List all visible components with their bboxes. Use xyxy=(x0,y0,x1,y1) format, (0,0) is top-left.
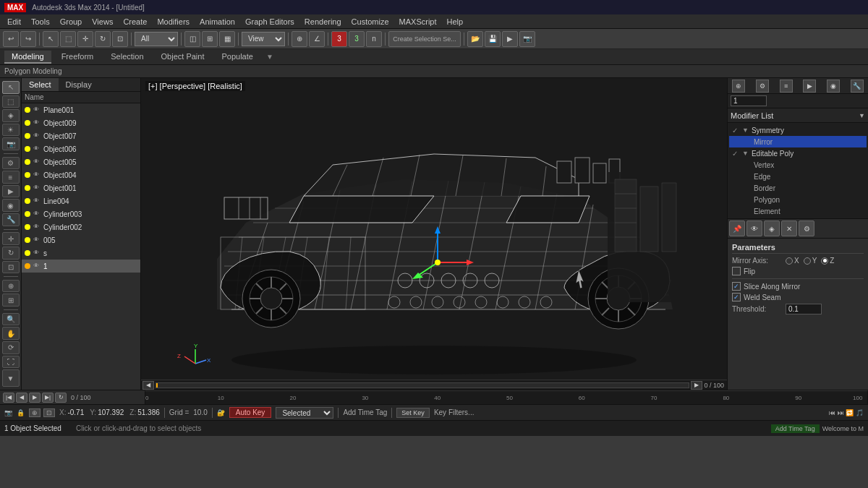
undo-button[interactable]: ↩ xyxy=(3,31,19,47)
menu-animation[interactable]: Animation xyxy=(195,16,239,27)
left-icon-scale[interactable]: ⊡ xyxy=(2,261,20,274)
menu-group[interactable]: Group xyxy=(56,16,87,27)
timeline-scrub[interactable] xyxy=(156,382,689,388)
mod-symmetry[interactable]: ✓ ▼ Symmetry xyxy=(729,124,867,136)
axis-y-radio[interactable]: Y xyxy=(804,257,817,265)
selection-filter-dropdown[interactable]: All xyxy=(135,32,178,46)
key-1[interactable]: 3 xyxy=(331,31,347,47)
ribbon-tab-modeling[interactable]: Modeling xyxy=(4,51,51,64)
viewport-mode-dropdown[interactable]: View xyxy=(242,32,285,46)
left-icon-select[interactable]: ↖ xyxy=(2,81,20,94)
layer-button[interactable]: ▦ xyxy=(219,31,235,47)
axis-z-radio[interactable]: Z xyxy=(821,257,834,265)
scene-item[interactable]: 👁 Object001 xyxy=(22,181,140,194)
left-icon-move[interactable]: ✛ xyxy=(2,232,20,245)
weld-checkbox[interactable]: Weld Seam xyxy=(732,293,781,301)
scene-tab-display[interactable]: Display xyxy=(59,78,99,91)
scene-item[interactable]: 👁 Line004 xyxy=(22,194,140,207)
left-icon-light[interactable]: ☀ xyxy=(2,124,20,137)
menu-create[interactable]: Create xyxy=(119,16,151,27)
left-icon-shape[interactable]: ⬚ xyxy=(2,95,20,108)
axis-x-radio[interactable]: X xyxy=(786,257,799,265)
tl-back-btn[interactable]: ◀ xyxy=(16,393,27,403)
rp-icon-utilities[interactable]: 🔧 xyxy=(851,80,864,93)
tl-prev-btn[interactable]: |◀ xyxy=(3,393,14,403)
configure-mod-btn[interactable]: ⚙ xyxy=(799,221,814,236)
tl-next-btn[interactable]: ▶| xyxy=(42,393,54,403)
menu-rendering[interactable]: Rendering xyxy=(300,16,346,27)
left-icon-hierarchy[interactable]: ≡ xyxy=(2,171,20,184)
left-icon-pan[interactable]: ✋ xyxy=(2,327,20,340)
scene-item[interactable]: 👁 Object007 xyxy=(22,129,140,142)
left-icon-modify[interactable]: ⚙ xyxy=(2,157,20,170)
mod-editable-poly[interactable]: ✓ ▼ Editable Poly xyxy=(729,147,867,159)
rp-icon-create[interactable]: ⊕ xyxy=(732,80,745,93)
add-time-tag-btn[interactable]: Add Time Tag xyxy=(771,424,820,433)
remove-mod-btn[interactable]: ✕ xyxy=(781,221,797,236)
menu-customize[interactable]: Customize xyxy=(347,16,393,27)
menu-graph-editors[interactable]: Graph Editors xyxy=(241,16,299,27)
auto-key-button[interactable]: Auto Key xyxy=(229,407,272,418)
menu-edit[interactable]: Edit xyxy=(3,16,25,27)
select-button[interactable]: ↖ xyxy=(43,31,59,47)
key-mode-dropdown[interactable]: Selected xyxy=(276,407,333,419)
mirror-button[interactable]: ◫ xyxy=(184,31,200,47)
scene-item[interactable]: 👁 Object004 xyxy=(22,168,140,181)
scene-tab-select[interactable]: Select xyxy=(22,78,59,91)
align-button[interactable]: ⊞ xyxy=(202,31,218,47)
camera-button[interactable]: 📷 xyxy=(519,31,535,47)
threshold-input[interactable] xyxy=(786,304,822,314)
rp-icon-hierarchy[interactable]: ≡ xyxy=(780,80,793,93)
ribbon-tab-selection[interactable]: Selection xyxy=(103,51,150,64)
left-icon-utilities[interactable]: 🔧 xyxy=(2,213,20,226)
timeline-track[interactable]: 0 10 20 30 40 50 60 70 80 90 100 xyxy=(145,390,868,404)
left-icon-geometry[interactable]: ◈ xyxy=(2,109,20,122)
mod-edge[interactable]: Edge xyxy=(729,171,867,182)
mod-border[interactable]: Border xyxy=(729,182,867,194)
rp-icon-modify[interactable]: ⚙ xyxy=(756,80,769,93)
left-icon-maximize[interactable]: ⛶ xyxy=(2,356,20,369)
ribbon-tab-freeform[interactable]: Freeform xyxy=(54,51,101,64)
menu-maxscript[interactable]: MAXScript xyxy=(395,16,441,27)
scene-item[interactable]: 👁 Cylinder003 xyxy=(22,207,140,221)
rp-icon-motion[interactable]: ▶ xyxy=(803,80,816,93)
snap-button[interactable]: ⊕ xyxy=(292,31,307,47)
ribbon-tab-object-paint[interactable]: Object Paint xyxy=(154,51,212,64)
show-result-btn[interactable]: 👁 xyxy=(746,221,762,236)
scene-item[interactable]: 👁 005 xyxy=(22,234,140,247)
menu-views[interactable]: Views xyxy=(88,16,117,27)
viewport[interactable]: [+] [Perspective] [Realistic] xyxy=(141,78,727,390)
scene-item[interactable]: 👁 Object009 xyxy=(22,116,140,129)
scene-item[interactable]: 👁 Plane001 xyxy=(22,103,140,116)
object-id-input[interactable] xyxy=(731,95,767,106)
rotate-button[interactable]: ↻ xyxy=(95,31,111,47)
left-icon-display[interactable]: ◉ xyxy=(2,199,20,212)
render-button[interactable]: ▶ xyxy=(502,31,518,47)
set-key-button[interactable]: Set Key xyxy=(396,408,430,418)
left-icon-bottom[interactable]: ▼ xyxy=(2,369,20,387)
left-icon-camera[interactable]: 📷 xyxy=(2,137,20,150)
select-region-button[interactable]: ⬚ xyxy=(60,31,76,47)
rp-icon-display[interactable]: ◉ xyxy=(827,80,840,93)
left-icon-arc[interactable]: ⟳ xyxy=(2,341,20,354)
redo-button[interactable]: ↪ xyxy=(20,31,36,47)
menu-help[interactable]: Help xyxy=(443,16,468,27)
left-icon-align[interactable]: ⊞ xyxy=(2,294,20,307)
angle-snap-button[interactable]: ∠ xyxy=(309,31,325,47)
named-sel-button[interactable]: Create Selection Se... xyxy=(388,31,461,47)
menu-tools[interactable]: Tools xyxy=(27,16,54,27)
ribbon-tab-populate[interactable]: Populate xyxy=(214,51,260,64)
mod-mirror[interactable]: Mirror xyxy=(729,136,867,147)
key-3[interactable]: n xyxy=(366,31,382,47)
menu-modifiers[interactable]: Modifiers xyxy=(153,16,194,27)
left-icon-rotate[interactable]: ↻ xyxy=(2,247,20,260)
scene-item[interactable]: 👁 Object006 xyxy=(22,142,140,155)
modifier-dropdown-arrow[interactable]: ▼ xyxy=(859,112,865,119)
timeline-prev-btn[interactable]: ◀ xyxy=(142,381,154,390)
open-button[interactable]: 📂 xyxy=(467,31,483,47)
key-2[interactable]: 3 xyxy=(349,31,365,47)
pin-stack-btn[interactable]: 📌 xyxy=(729,221,745,236)
scene-item-selected[interactable]: 👁 1 xyxy=(22,260,140,273)
tl-loop-btn[interactable]: ↻ xyxy=(55,393,67,403)
mod-polygon[interactable]: Polygon xyxy=(729,194,867,205)
